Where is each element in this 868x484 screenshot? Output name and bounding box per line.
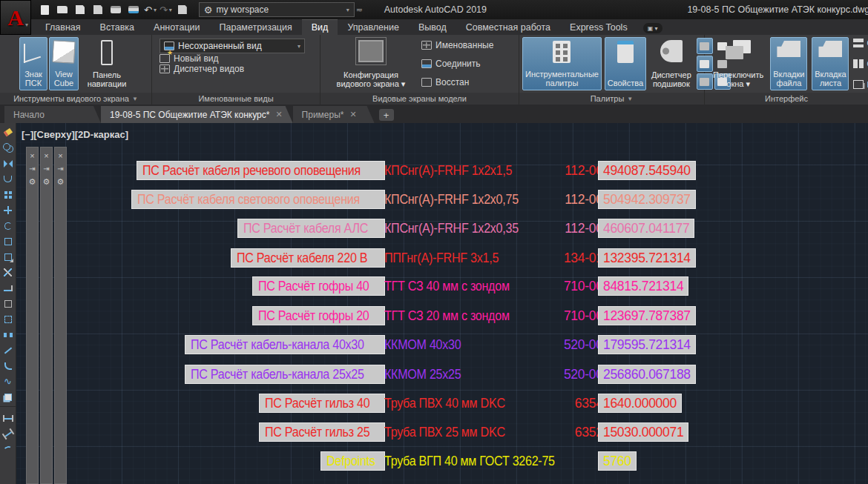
layer-label-box[interactable]: Defpoints [320, 451, 385, 471]
tile-horizontally-button[interactable]: Св [853, 39, 868, 47]
panel-label-viewport-tools[interactable]: Инструменты видового экрана▼ [0, 93, 151, 105]
tab-annotacii[interactable]: Аннотации [144, 20, 209, 35]
mirror-icon[interactable] [0, 156, 16, 171]
tab-parametrizaciya[interactable]: Параметризация [210, 20, 302, 35]
tab-sovmestnaya-rabota[interactable]: Совместная работа [456, 20, 560, 35]
file-tabs-toggle-button[interactable]: Вкладки файла [770, 37, 807, 90]
layout-tab-toggle-button[interactable]: Вкладка листа [812, 37, 849, 90]
new-file-button[interactable] [37, 3, 52, 16]
tab-express-tools[interactable]: Express Tools [560, 20, 637, 35]
break-icon[interactable] [0, 311, 16, 327]
cable-spec[interactable]: ТГТ СЗ 40 мм с зондом [384, 276, 520, 296]
array-icon[interactable] [0, 187, 16, 202]
switch-windows-button[interactable]: Переключить окна ▾ [711, 37, 766, 90]
qat-customize-icon[interactable]: ≂ [356, 5, 363, 15]
cable-spec[interactable]: Труба ПВХ 40 мм DKC [384, 394, 516, 413]
panel-label-model-viewports[interactable]: Видовые экраны модели [320, 93, 519, 105]
workspace-switcher[interactable]: ⚙ my worspace ▾ [199, 2, 355, 17]
fillet-icon[interactable] [0, 358, 16, 374]
join-viewports-button[interactable]: Соединить [421, 59, 493, 69]
sheet-pencil-button[interactable] [175, 3, 190, 16]
length-value-box[interactable]: 256860.067188 [598, 365, 696, 384]
save-button[interactable] [73, 3, 88, 16]
break-at-point-icon[interactable] [0, 296, 16, 311]
file-tab-start[interactable]: Начало [4, 106, 101, 123]
tab-upravlenie[interactable]: Управление [338, 20, 409, 35]
cable-spec[interactable]: Труба ПВХ 25 мм DKC [384, 422, 516, 442]
close-icon[interactable]: × [30, 152, 34, 160]
panel-label-palettes[interactable]: Палитры▼ [519, 93, 704, 105]
view-manager-button[interactable]: Диспетчер видов [160, 64, 312, 74]
length-value-box[interactable]: 1640.000000 [598, 394, 682, 413]
properties-button[interactable]: Свойства [605, 37, 646, 90]
erase-icon[interactable] [0, 125, 16, 140]
new-tab-button[interactable]: + [379, 109, 394, 121]
viewport-config-button[interactable]: Конфигурация видового экрана ▾ [331, 37, 411, 90]
length-value-box[interactable]: 494087.545940 [598, 161, 696, 180]
cable-spec[interactable]: КПСнг(А)-FRHF 1x2x1,5 [384, 161, 523, 180]
save-as-button[interactable] [91, 3, 105, 16]
undo-dropdown-icon[interactable]: ▾ [154, 7, 157, 13]
close-icon[interactable]: × [58, 152, 62, 160]
close-icon[interactable]: × [44, 152, 48, 160]
explode-icon[interactable] [0, 389, 16, 405]
named-viewports-button[interactable]: Именованные [421, 40, 493, 50]
length-value-box[interactable]: 15030.000071 [598, 422, 688, 442]
copy-icon[interactable] [0, 140, 16, 156]
view-combo[interactable]: Несохраненный вид ▾ [160, 39, 305, 53]
length-value-box[interactable]: 123697.787387 [598, 306, 696, 325]
close-tab-icon[interactable]: ✕ [275, 110, 282, 119]
open-file-button[interactable] [55, 3, 70, 16]
layer-label-box[interactable]: ПС Расчёт гофры 20 [252, 306, 385, 325]
ucs-icon-button[interactable]: Знак ПСК [19, 37, 47, 90]
rotate-icon[interactable] [0, 218, 16, 233]
layer-label-box[interactable]: ПС Расчёт кабеля светового оповещения [131, 190, 385, 209]
cable-spec[interactable]: Труба ВГП 40 мм ГОСТ 3262-75 [384, 451, 570, 471]
print-button[interactable] [108, 3, 123, 16]
length-value-box[interactable]: 5760 [598, 451, 637, 471]
cable-spec[interactable]: КПСнг(А)-FRHF 1x2x0,35 [384, 219, 530, 238]
layer-label-box[interactable]: ПС Расчёт гильз 25 [259, 422, 385, 442]
tab-vid[interactable]: Вид [302, 19, 338, 35]
scale-icon[interactable] [0, 233, 16, 249]
join-icon[interactable] [0, 327, 16, 342]
app-menu-button[interactable]: A ▾ [0, 0, 31, 35]
redo-dropdown-icon[interactable]: ▾ [169, 7, 172, 13]
panel-label-interface[interactable]: Интерфейс [705, 93, 868, 105]
layer-label-box[interactable]: ПС Расчёт кабеля АЛС [237, 219, 385, 238]
layer-label-box[interactable]: ПС Расчёт кабель-канала 25x25 [185, 365, 385, 384]
layer-label-box[interactable]: ПС Расчёт кабель-канала 40x30 [185, 335, 385, 354]
cascade-windows-button[interactable]: Ка [853, 80, 868, 89]
length-value-box[interactable]: 84815.721314 [598, 276, 688, 296]
tab-vstavka[interactable]: Вставка [91, 20, 144, 35]
dim-aligned-icon[interactable] [0, 426, 16, 442]
tab-glavnaya[interactable]: Главная [36, 20, 91, 35]
undo-button[interactable]: ↶ [144, 5, 152, 15]
layer-label-box[interactable]: ПС Расчёт кабеля речевого оповещения [137, 161, 385, 180]
sheet-set-manager-button[interactable]: Диспетчер подшивок [649, 37, 694, 90]
panel-label-named-views[interactable]: Именованные виды [152, 93, 320, 105]
new-view-button[interactable]: Новый вид [160, 53, 312, 64]
plot-button[interactable] [126, 3, 141, 16]
cable-spec[interactable]: ППГнг(А)-FRHF 3x1,5 [384, 248, 508, 268]
restore-viewport-button[interactable]: Восстан [421, 77, 493, 87]
cable-spec[interactable]: ККМОМ 40x30 [384, 335, 467, 354]
layer-label-box[interactable]: ПС Расчёт кабеля 220 В [231, 248, 385, 268]
viewport-controls[interactable]: [−][Сверху][2D-каркас] [22, 129, 128, 140]
offset-icon[interactable] [0, 171, 16, 187]
viewcube-button[interactable]: View Cube [49, 37, 79, 90]
dim-arc-icon[interactable] [0, 442, 16, 457]
tile-vertically-button[interactable]: Сл [853, 59, 868, 68]
drawing-canvas[interactable]: [−][Сверху][2D-каркас] × ⇥ ⚙ × ⇥ ⚙ × ⇥ ⚙… [16, 123, 868, 484]
blend-curves-icon[interactable]: ∿ [0, 374, 16, 389]
workspace-dropdown-icon[interactable]: ▾ [346, 7, 349, 13]
extend-icon[interactable] [0, 280, 16, 296]
layer-label-box[interactable]: ПС Расчёт гофры 40 [252, 276, 385, 296]
tool-palettes-button[interactable]: Инструментальные палитры [522, 37, 602, 90]
layer-label-box[interactable]: ПС Расчёт гильз 40 [259, 394, 385, 413]
length-value-box[interactable]: 179595.721314 [598, 335, 696, 354]
redo-button[interactable]: ↷ [160, 5, 168, 15]
stretch-icon[interactable] [0, 249, 16, 265]
ribbon-options-button[interactable]: ▣▾ [643, 23, 662, 33]
move-icon[interactable] [0, 202, 16, 218]
